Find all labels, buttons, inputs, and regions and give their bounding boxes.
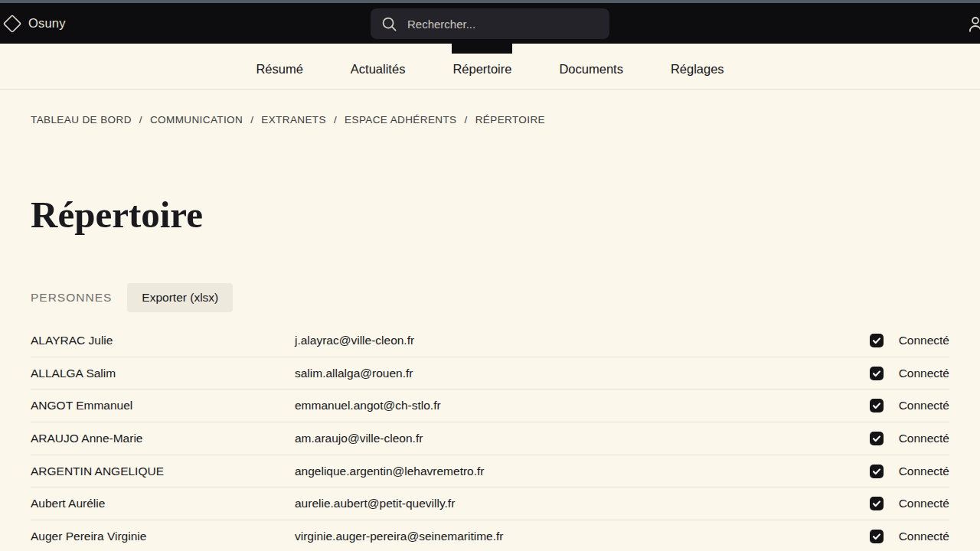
tab-label: Réglages — [671, 62, 724, 77]
status-badge: Connecté — [899, 399, 949, 412]
person-status: Connecté — [870, 367, 949, 380]
brand-name: Osuny — [28, 16, 66, 31]
person-email: am.araujo@ville-cleon.fr — [295, 432, 870, 445]
export-xlsx-button[interactable]: Exporter (xlsx) — [127, 283, 233, 312]
person-email: virginie.auger-pereira@seinemaritime.fr — [295, 530, 870, 543]
table-row: ALAYRAC Julie j.alayrac@ville-cleon.fr C… — [31, 324, 949, 357]
table-row: ANGOT Emmanuel emmanuel.angot@ch-stlo.fr… — [31, 390, 949, 422]
breadcrumb-separator: / — [334, 114, 337, 126]
status-badge: Connecté — [899, 432, 949, 445]
connected-checkbox[interactable] — [870, 334, 884, 347]
status-badge: Connecté — [899, 530, 949, 543]
personnes-section-header: PERSONNES Exporter (xlsx) — [31, 283, 949, 312]
breadcrumb-item-extranets[interactable]: EXTRANETS — [261, 114, 326, 126]
status-badge: Connecté — [899, 497, 949, 510]
brand[interactable]: Osuny — [0, 15, 66, 33]
person-status: Connecté — [870, 432, 949, 445]
global-search[interactable] — [371, 8, 609, 39]
person-status: Connecté — [870, 497, 949, 510]
person-email: salim.allalga@rouen.fr — [295, 367, 870, 380]
tab-label: Résumé — [256, 62, 302, 77]
connected-checkbox[interactable] — [870, 399, 884, 412]
table-row: ALLALGA Salim salim.allalga@rouen.fr Con… — [31, 357, 949, 390]
person-name: Aubert Aurélie — [31, 497, 295, 510]
person-status: Connecté — [870, 399, 949, 412]
breadcrumb-separator: / — [139, 114, 142, 126]
osuny-diamond-logo-icon — [3, 15, 21, 33]
breadcrumb-item-repertoire: RÉPERTOIRE — [475, 114, 545, 126]
person-name: Auger Pereira Virginie — [31, 530, 295, 543]
breadcrumb: TABLEAU DE BORD / COMMUNICATION / EXTRAN… — [31, 114, 949, 126]
page-title: Répertoire — [31, 193, 949, 237]
person-status: Connecté — [870, 530, 949, 543]
breadcrumb-item-espace-adherents[interactable]: ESPACE ADHÉRENTS — [345, 114, 456, 126]
breadcrumb-separator: / — [465, 114, 468, 126]
personnes-label: PERSONNES — [31, 291, 112, 305]
tab-resume[interactable]: Résumé — [256, 44, 302, 89]
tab-actualites[interactable]: Actualités — [351, 44, 406, 89]
person-name: ALLALGA Salim — [31, 367, 295, 380]
person-email: aurelie.aubert@petit-quevilly.fr — [295, 497, 870, 510]
connected-checkbox[interactable] — [870, 530, 884, 543]
person-email: emmanuel.angot@ch-stlo.fr — [295, 399, 870, 412]
person-name: ANGOT Emmanuel — [31, 399, 295, 412]
person-name: ALAYRAC Julie — [31, 334, 295, 347]
breadcrumb-item-communication[interactable]: COMMUNICATION — [150, 114, 243, 126]
person-name: ARGENTIN ANGELIQUE — [31, 465, 295, 478]
person-email: angelique.argentin@lehavremetro.fr — [295, 465, 870, 478]
breadcrumb-item-dashboard[interactable]: TABLEAU DE BORD — [31, 114, 132, 126]
person-email: j.alayrac@ville-cleon.fr — [295, 334, 870, 347]
person-status: Connecté — [870, 334, 949, 347]
user-account-icon[interactable] — [965, 14, 980, 37]
connected-checkbox[interactable] — [870, 432, 884, 445]
status-badge: Connecté — [899, 367, 949, 380]
search-icon — [381, 16, 397, 32]
person-name: ARAUJO Anne-Marie — [31, 432, 295, 445]
person-status: Connecté — [870, 465, 949, 478]
table-row: Aubert Aurélie aurelie.aubert@petit-quev… — [31, 487, 949, 520]
app-header: Osuny — [0, 3, 980, 44]
connected-checkbox[interactable] — [870, 465, 884, 478]
directory-table: ALAYRAC Julie j.alayrac@ville-cleon.fr C… — [31, 324, 949, 551]
tab-repertoire[interactable]: Répertoire — [452, 44, 511, 89]
connected-checkbox[interactable] — [870, 497, 884, 510]
tab-documents[interactable]: Documents — [559, 44, 622, 89]
table-row: ARAUJO Anne-Marie am.araujo@ville-cleon.… — [31, 422, 949, 455]
status-badge: Connecté — [899, 465, 949, 478]
search-input[interactable] — [407, 18, 599, 31]
tab-label: Documents — [559, 62, 622, 77]
status-badge: Connecté — [899, 334, 949, 347]
table-row: Auger Pereira Virginie virginie.auger-pe… — [31, 520, 949, 551]
tab-reglages[interactable]: Réglages — [671, 44, 724, 89]
tab-label: Actualités — [351, 62, 406, 77]
tab-label: Répertoire — [452, 62, 511, 77]
connected-checkbox[interactable] — [870, 367, 884, 380]
active-tab-notch — [452, 44, 512, 54]
breadcrumb-separator: / — [250, 114, 253, 126]
section-tabbar: Résumé Actualités Répertoire Documents R… — [0, 44, 980, 90]
table-row: ARGENTIN ANGELIQUE angelique.argentin@le… — [31, 455, 949, 488]
